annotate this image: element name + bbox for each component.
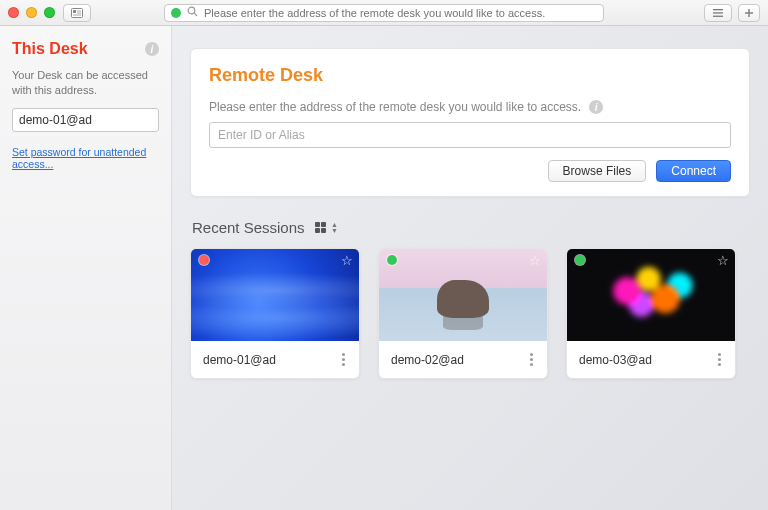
session-menu-button[interactable] — [714, 351, 725, 368]
titlebar — [0, 0, 768, 26]
menu-button[interactable] — [704, 4, 732, 22]
session-tile[interactable]: ☆ demo-03@ad — [566, 248, 736, 379]
svg-rect-9 — [713, 15, 723, 16]
address-input[interactable] — [204, 7, 597, 19]
connection-status-icon — [171, 8, 181, 18]
svg-rect-3 — [77, 12, 81, 13]
svg-rect-7 — [713, 9, 723, 10]
window-minimize-button[interactable] — [26, 7, 37, 18]
set-password-link[interactable]: Set password for unattended access... — [12, 146, 159, 170]
main-area: Remote Desk Please enter the address of … — [172, 26, 768, 510]
search-icon — [187, 6, 198, 19]
session-label: demo-01@ad — [203, 353, 276, 367]
new-tab-button[interactable] — [738, 4, 760, 22]
svg-rect-11 — [745, 12, 753, 14]
window-close-button[interactable] — [8, 7, 19, 18]
session-thumbnail: ☆ — [379, 249, 547, 341]
session-status-icon — [199, 255, 209, 265]
recent-sessions-title: Recent Sessions — [192, 219, 305, 236]
svg-rect-2 — [77, 10, 81, 11]
session-thumbnail: ☆ — [191, 249, 359, 341]
session-label: demo-02@ad — [391, 353, 464, 367]
info-icon[interactable]: i — [145, 42, 159, 56]
connect-button[interactable]: Connect — [656, 160, 731, 182]
svg-rect-1 — [73, 10, 76, 13]
session-thumbnail: ☆ — [567, 249, 735, 341]
session-status-icon — [387, 255, 397, 265]
session-tile[interactable]: ☆ demo-02@ad — [378, 248, 548, 379]
remote-desk-description: Please enter the address of the remote d… — [209, 100, 581, 114]
grid-view-icon — [315, 222, 327, 234]
remote-address-input[interactable] — [209, 122, 731, 148]
svg-point-5 — [188, 7, 195, 14]
session-status-icon — [575, 255, 585, 265]
session-menu-button[interactable] — [338, 351, 349, 368]
remote-desk-card: Remote Desk Please enter the address of … — [190, 48, 750, 197]
svg-line-6 — [194, 13, 197, 16]
view-toggle[interactable]: ▲▼ — [315, 222, 338, 234]
favorite-icon[interactable]: ☆ — [529, 253, 541, 268]
window-zoom-button[interactable] — [44, 7, 55, 18]
this-desk-title: This Desk — [12, 40, 88, 58]
svg-rect-8 — [713, 12, 723, 13]
favorite-icon[interactable]: ☆ — [341, 253, 353, 268]
favorite-icon[interactable]: ☆ — [717, 253, 729, 268]
svg-rect-4 — [73, 14, 81, 15]
remote-desk-title: Remote Desk — [209, 65, 731, 86]
session-menu-button[interactable] — [526, 351, 537, 368]
sort-icon: ▲▼ — [331, 222, 338, 234]
recent-sessions-grid: ☆ demo-01@ad ☆ demo-02@ad — [190, 248, 750, 379]
this-desk-address-input[interactable] — [12, 108, 159, 132]
browse-files-button[interactable]: Browse Files — [548, 160, 647, 182]
this-desk-description: Your Desk can be accessed with this addr… — [12, 68, 159, 98]
info-icon[interactable]: i — [589, 100, 603, 114]
session-tile[interactable]: ☆ demo-01@ad — [190, 248, 360, 379]
sidebar: This Desk i Your Desk can be accessed wi… — [0, 26, 172, 510]
window-traffic-lights — [8, 7, 55, 18]
contacts-button[interactable] — [63, 4, 91, 22]
session-label: demo-03@ad — [579, 353, 652, 367]
address-bar[interactable] — [164, 4, 604, 22]
